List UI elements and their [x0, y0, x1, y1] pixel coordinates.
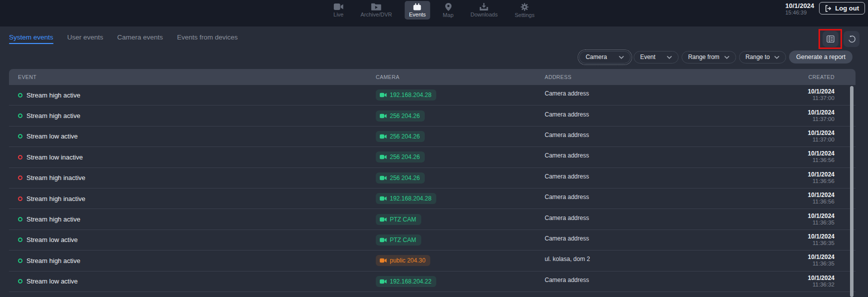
logout-icon — [825, 5, 832, 12]
event-filter-dropdown[interactable]: Event — [634, 51, 679, 64]
event-status-icon — [18, 217, 22, 222]
nav-item-settings[interactable]: Settings — [510, 1, 539, 20]
chevron-down-icon — [667, 56, 672, 59]
created-date: 10/1/2024 — [808, 172, 835, 178]
camera-cell: 256 204.26 — [376, 172, 545, 184]
table-row[interactable]: Stream high active 256 204.26 Camera add… — [9, 106, 856, 126]
camera-name: public 204.30 — [390, 257, 425, 264]
tab-camera-events[interactable]: Camera events — [117, 26, 163, 48]
event-cell: Stream low active — [18, 236, 376, 244]
logout-button[interactable]: Log out — [819, 2, 865, 14]
created-time: 11:37:00 — [808, 136, 835, 143]
created-date: 10/1/2024 — [808, 130, 835, 136]
camera-cell: PTZ CAM — [376, 234, 545, 246]
event-label: Stream high active — [26, 112, 80, 120]
created-time: 11:36:35 — [808, 240, 835, 246]
video-camera-icon — [333, 3, 343, 10]
table-row[interactable]: Stream low active PTZ CAM Camera address… — [9, 230, 856, 250]
created-time: 11:36:56 — [808, 178, 835, 184]
address-cell: Camera address — [545, 173, 808, 180]
column-header-address: ADDRESS — [545, 74, 809, 80]
camera-filter-dropdown[interactable]: Camera — [579, 51, 631, 64]
created-cell: 10/1/2024 11:37:00 — [808, 88, 835, 102]
system-date: 10/1/2024 — [786, 2, 815, 9]
video-camera-icon — [380, 134, 387, 139]
table-row[interactable]: Stream low active 192.168.204.22 Camera … — [9, 272, 856, 292]
address-cell: Camera address — [545, 90, 808, 97]
camera-name: 192.168.204.28 — [390, 92, 431, 98]
event-cell: Stream high active — [18, 216, 376, 223]
created-date: 10/1/2024 — [808, 150, 835, 157]
video-camera-icon — [380, 279, 387, 284]
camera-name: 192.168.204.22 — [390, 278, 431, 285]
table-row[interactable]: Stream low active 256 204.26 Camera addr… — [9, 126, 856, 147]
chevron-down-icon — [619, 56, 624, 59]
camera-name: PTZ CAM — [390, 236, 416, 244]
event-label: Stream low active — [26, 278, 78, 285]
download-tray-icon — [480, 3, 488, 10]
tab-system-events[interactable]: System events — [9, 26, 53, 48]
event-filter-label: Event — [640, 54, 656, 60]
video-camera-icon — [380, 217, 387, 222]
event-status-icon — [18, 114, 22, 118]
camera-badge: 192.168.204.28 — [376, 90, 436, 100]
table-row[interactable]: Stream high inactive 256 204.26 Camera a… — [9, 168, 856, 188]
table-row[interactable]: Stream low inactive 256 204.26 Camera ad… — [9, 147, 856, 168]
refresh-icon — [848, 35, 856, 44]
created-time: 11:37:00 — [808, 116, 835, 122]
tab-events-from-devices[interactable]: Events from devices — [177, 26, 238, 48]
chevron-down-icon — [774, 56, 780, 59]
generate-report-button[interactable]: Generate a report — [789, 50, 853, 64]
column-header-created: CREATED — [809, 74, 835, 80]
event-status-icon — [18, 134, 22, 138]
range-from-dropdown[interactable]: Range from — [682, 51, 736, 64]
created-time: 11:36:35 — [808, 220, 835, 226]
table-row[interactable]: Stream high active public 204.30 ul. kol… — [9, 250, 856, 271]
scrollbar-thumb[interactable] — [850, 86, 854, 297]
event-status-icon — [18, 279, 22, 284]
created-date: 10/1/2024 — [808, 110, 835, 116]
video-camera-icon — [380, 176, 387, 180]
camera-cell: 256 204.26 — [376, 152, 545, 162]
created-date: 10/1/2024 — [808, 234, 835, 240]
event-status-icon — [18, 155, 22, 160]
column-header-camera: CAMERA — [376, 74, 545, 80]
event-label: Stream high inactive — [26, 174, 85, 182]
address-cell: Camera address — [545, 194, 808, 200]
nav-item-downloads[interactable]: Downloads — [466, 1, 502, 20]
event-cell: Stream high inactive — [18, 195, 376, 202]
range-to-dropdown[interactable]: Range to — [739, 51, 787, 64]
created-cell: 10/1/2024 11:36:56 — [808, 150, 835, 164]
refresh-button[interactable] — [844, 31, 860, 47]
report-filter-bar: Camera Event Range from Range to Generat… — [0, 48, 868, 66]
created-cell: 10/1/2024 11:36:56 — [808, 192, 835, 205]
system-datetime: 10/1/2024 15:46:39 — [786, 2, 815, 16]
table-row[interactable]: Stream high active 192.168.204.28 Camera… — [9, 85, 856, 106]
nav-item-archive-dvr[interactable]: Archive/DVR — [356, 1, 397, 20]
gear-icon — [521, 3, 529, 11]
created-cell: 10/1/2024 11:36:35 — [808, 213, 835, 226]
event-cell: Stream high active — [18, 92, 376, 99]
report-button[interactable] — [823, 31, 839, 47]
partial-row — [9, 292, 856, 297]
table-row[interactable]: Stream high active PTZ CAM Camera addres… — [9, 209, 856, 230]
created-date: 10/1/2024 — [808, 88, 835, 95]
camera-badge: 256 204.26 — [376, 110, 425, 122]
system-time: 15:46:39 — [786, 10, 815, 16]
camera-name: 256 204.26 — [390, 154, 420, 160]
logout-label: Log out — [835, 4, 859, 12]
tab-user-events[interactable]: User events — [67, 26, 103, 48]
created-time: 11:36:56 — [808, 157, 835, 164]
nav-item-map[interactable]: Map — [438, 1, 458, 20]
event-cell: Stream low active — [18, 278, 376, 285]
created-date: 10/1/2024 — [808, 213, 835, 220]
created-cell: 10/1/2024 11:36:35 — [808, 254, 835, 267]
address-cell: Camera address — [545, 152, 808, 159]
created-cell: 10/1/2024 11:37:00 — [808, 130, 835, 143]
nav-item-live[interactable]: Live — [329, 1, 348, 20]
nav-item-events[interactable]: Events — [404, 1, 430, 20]
event-status-icon — [18, 258, 22, 263]
created-date: 10/1/2024 — [808, 192, 835, 198]
nav-label: Events — [409, 12, 426, 18]
table-row[interactable]: Stream high inactive 192.168.204.28 Came… — [9, 188, 856, 209]
